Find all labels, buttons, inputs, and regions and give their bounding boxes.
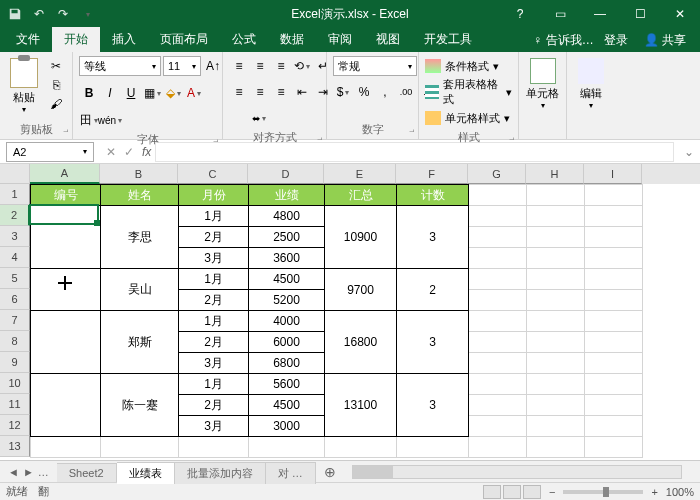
row-header[interactable]: 9 <box>0 352 30 373</box>
sheet-nav-next-icon[interactable]: ► <box>23 466 34 478</box>
font-color-button[interactable]: A <box>184 83 204 103</box>
sign-in[interactable]: 登录 <box>604 32 628 49</box>
row-header[interactable]: 6 <box>0 289 30 310</box>
row-header[interactable]: 5 <box>0 268 30 289</box>
number-format-select[interactable]: 常规▾ <box>333 56 417 76</box>
paste-button[interactable]: 粘贴 ▾ <box>6 54 42 114</box>
conditional-format-button[interactable]: 条件格式 ▾ <box>425 56 499 76</box>
phonetic-button[interactable]: wén <box>100 110 120 130</box>
format-table-button[interactable]: 套用表格格式 ▾ <box>425 82 512 102</box>
sheet-nav-more-icon[interactable]: … <box>38 466 49 478</box>
tab-file[interactable]: 文件 <box>4 27 52 52</box>
sheet-tab[interactable]: 对 … <box>266 462 316 484</box>
tab-insert[interactable]: 插入 <box>100 27 148 52</box>
col-header-I[interactable]: I <box>584 164 642 184</box>
col-header-D[interactable]: D <box>248 164 324 184</box>
help-icon[interactable]: ? <box>500 0 540 28</box>
worksheet-grid[interactable]: A B C D E F G H I 1 2 3 4 5 6 7 8 9 10 1… <box>0 164 700 460</box>
inc-decimal-icon[interactable]: .00 <box>396 82 416 102</box>
orientation-icon[interactable]: ⟲ <box>292 56 312 76</box>
format-painter-icon[interactable]: 🖌 <box>46 96 66 112</box>
horizontal-scrollbar[interactable] <box>352 465 682 479</box>
row-header[interactable]: 3 <box>0 226 30 247</box>
qat-dropdown-icon[interactable] <box>76 3 98 25</box>
row-header[interactable]: 2 <box>0 205 30 226</box>
row-header[interactable]: 11 <box>0 394 30 415</box>
border-button[interactable]: ▦ <box>142 83 162 103</box>
col-header-C[interactable]: C <box>178 164 248 184</box>
font-size-select[interactable]: 11▾ <box>163 56 201 76</box>
cell[interactable] <box>527 185 585 206</box>
sheet-tab[interactable]: Sheet2 <box>57 463 117 482</box>
bold-button[interactable]: B <box>79 83 99 103</box>
fill-color-button[interactable]: ⬙ <box>163 83 183 103</box>
tell-me[interactable]: ♀ 告诉我… <box>533 32 593 49</box>
share-button[interactable]: 👤 共享 <box>638 29 692 52</box>
align-middle-icon[interactable]: ≡ <box>250 56 270 76</box>
cell[interactable]: 业绩 <box>249 185 325 206</box>
font-name-select[interactable]: 等线▾ <box>79 56 161 76</box>
row-header[interactable]: 12 <box>0 415 30 436</box>
col-header-F[interactable]: F <box>396 164 468 184</box>
cut-icon[interactable]: ✂ <box>46 58 66 74</box>
editing-button[interactable]: 编辑▾ <box>573 58 609 110</box>
tab-home[interactable]: 开始 <box>52 27 100 52</box>
copy-icon[interactable]: ⎘ <box>46 77 66 93</box>
row-header[interactable]: 10 <box>0 373 30 394</box>
cell[interactable] <box>469 185 527 206</box>
comma-icon[interactable]: , <box>375 82 395 102</box>
row-header[interactable]: 7 <box>0 310 30 331</box>
align-bottom-icon[interactable]: ≡ <box>271 56 291 76</box>
col-header-E[interactable]: E <box>324 164 396 184</box>
cell[interactable]: 汇总 <box>325 185 397 206</box>
italic-button[interactable]: I <box>100 83 120 103</box>
align-top-icon[interactable]: ≡ <box>229 56 249 76</box>
zoom-level[interactable]: 100% <box>666 486 694 498</box>
tab-data[interactable]: 数据 <box>268 27 316 52</box>
cell[interactable]: 计数 <box>397 185 469 206</box>
row-header[interactable]: 13 <box>0 436 30 457</box>
grow-font-icon[interactable]: A↑ <box>203 56 223 76</box>
row-header[interactable]: 4 <box>0 247 30 268</box>
merge-button[interactable]: ⬌ <box>229 108 289 128</box>
cell-styles-button[interactable]: 单元格样式 ▾ <box>425 108 510 128</box>
indent-dec-icon[interactable]: ⇤ <box>292 82 312 102</box>
close-icon[interactable]: ✕ <box>660 0 700 28</box>
align-center-icon[interactable]: ≡ <box>250 82 270 102</box>
tab-dev[interactable]: 开发工具 <box>412 27 484 52</box>
col-header-G[interactable]: G <box>468 164 526 184</box>
sheet-nav-prev-icon[interactable]: ◄ <box>8 466 19 478</box>
cell[interactable] <box>585 185 643 206</box>
zoom-out-icon[interactable]: − <box>549 486 555 498</box>
underline-button[interactable]: U <box>121 83 141 103</box>
select-all-corner[interactable] <box>0 164 30 184</box>
undo-icon[interactable]: ↶ <box>28 3 50 25</box>
percent-icon[interactable]: % <box>354 82 374 102</box>
align-left-icon[interactable]: ≡ <box>229 82 249 102</box>
zoom-slider[interactable] <box>563 490 643 494</box>
zoom-in-icon[interactable]: + <box>651 486 657 498</box>
cell[interactable]: 编号 <box>31 185 101 206</box>
sheet-tab[interactable]: 批量添加内容 <box>175 462 266 484</box>
col-header-H[interactable]: H <box>526 164 584 184</box>
cell[interactable]: 姓名 <box>101 185 179 206</box>
tab-layout[interactable]: 页面布局 <box>148 27 220 52</box>
borders-more[interactable]: 田 <box>79 110 99 130</box>
cell[interactable]: 月份 <box>179 185 249 206</box>
ribbon-options-icon[interactable]: ▭ <box>540 0 580 28</box>
data-table[interactable]: 编号 姓名 月份 业绩 汇总 计数 李思1月4800109003 2月2500 … <box>30 184 643 458</box>
row-header[interactable]: 1 <box>0 184 30 205</box>
tab-review[interactable]: 审阅 <box>316 27 364 52</box>
view-layout-icon[interactable] <box>503 485 521 499</box>
view-break-icon[interactable] <box>523 485 541 499</box>
tab-view[interactable]: 视图 <box>364 27 412 52</box>
sheet-tab[interactable]: 业绩表 <box>117 462 175 484</box>
expand-formula-icon[interactable]: ⌄ <box>678 145 700 159</box>
col-header-B[interactable]: B <box>100 164 178 184</box>
redo-icon[interactable]: ↷ <box>52 3 74 25</box>
minimize-icon[interactable]: — <box>580 0 620 28</box>
cells-button[interactable]: 单元格▾ <box>525 58 560 110</box>
view-normal-icon[interactable] <box>483 485 501 499</box>
add-sheet-icon[interactable]: ⊕ <box>316 464 344 480</box>
align-right-icon[interactable]: ≡ <box>271 82 291 102</box>
